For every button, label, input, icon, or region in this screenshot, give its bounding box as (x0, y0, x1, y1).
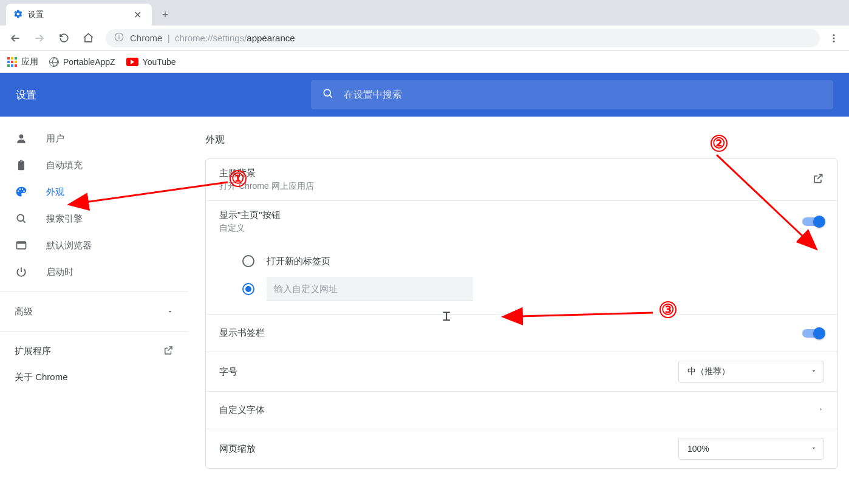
chrome-menu-button[interactable] (823, 28, 844, 49)
sidebar-item-default-browser[interactable]: 默认浏览器 (0, 232, 188, 259)
row-title: 显示"主页"按钮 (219, 209, 802, 221)
sidebar-advanced[interactable]: 高级 (0, 298, 188, 325)
site-info-icon[interactable] (114, 32, 124, 44)
sidebar-item-label: 自动填充 (46, 160, 83, 171)
page-title: 设置 (16, 88, 36, 102)
svg-point-5 (833, 40, 835, 42)
row-title: 自定义字体 (219, 404, 818, 416)
settings-search[interactable] (311, 80, 833, 109)
sidebar-about[interactable]: 关于 Chrome (0, 364, 188, 390)
search-icon (322, 87, 334, 102)
row-subtitle: 自定义 (219, 223, 802, 234)
settings-main: 外观 主题背景 打开 Chrome 网上应用店 显示"主页"按钮 自定义 (188, 117, 849, 504)
settings-search-input[interactable] (344, 89, 822, 100)
radio-icon[interactable] (242, 255, 254, 267)
home-button-toggle[interactable] (802, 217, 824, 226)
row-page-zoom: 网页缩放 100% (206, 429, 837, 468)
power-icon (15, 266, 28, 278)
globe-icon (49, 57, 59, 67)
toolbar: Chrome | chrome://settings/appearance (0, 26, 849, 51)
svg-point-1 (118, 35, 120, 36)
browser-tab[interactable]: 设置 ✕ (6, 4, 152, 26)
row-custom-fonts[interactable]: 自定义字体 (206, 392, 837, 429)
home-button[interactable] (78, 28, 98, 49)
radio-label: 打开新的标签页 (267, 256, 330, 267)
select-value: 100% (687, 444, 709, 454)
svg-rect-10 (17, 242, 26, 243)
sidebar-item-label: 扩展程序 (15, 346, 51, 357)
sidebar: 用户 自动填充 外观 搜索引擎 默认浏览器 启动时 高级 扩展程序 (0, 117, 188, 504)
omnibox-url-path: appearance (247, 33, 295, 43)
forward-button[interactable] (29, 28, 50, 49)
row-theme[interactable]: 主题背景 打开 Chrome 网上应用店 (206, 159, 837, 201)
apps-shortcut[interactable]: 应用 (7, 56, 38, 67)
chevron-down-icon (810, 444, 817, 454)
sidebar-divider (0, 331, 188, 332)
sidebar-item-label: 搜索引擎 (46, 213, 83, 225)
address-bar[interactable]: Chrome | chrome://settings/appearance (106, 29, 820, 47)
svg-point-4 (833, 37, 835, 39)
section-title: 外观 (205, 134, 838, 146)
select-value: 中（推荐） (687, 366, 730, 377)
bookmark-label: PortableAppZ (63, 57, 115, 67)
row-title: 主题背景 (219, 168, 812, 179)
close-tab-icon[interactable]: ✕ (131, 8, 145, 22)
sidebar-item-label: 启动时 (46, 267, 73, 278)
sidebar-item-search-engine[interactable]: 搜索引擎 (0, 205, 188, 232)
row-font-size: 字号 中（推荐） (206, 352, 837, 392)
row-title: 字号 (219, 366, 678, 378)
reload-button[interactable] (53, 28, 74, 49)
row-subtitle: 打开 Chrome 网上应用店 (219, 181, 812, 192)
sidebar-item-user[interactable]: 用户 (0, 125, 188, 152)
custom-url-input[interactable] (267, 277, 473, 301)
sidebar-item-label: 高级 (15, 306, 33, 318)
font-size-select[interactable]: 中（推荐） (678, 361, 824, 383)
youtube-icon (126, 58, 138, 66)
chevron-down-icon (810, 367, 817, 376)
sidebar-item-label: 关于 Chrome (15, 372, 68, 382)
palette-icon (15, 186, 28, 198)
omnibox-url-prefix: chrome://settings/ (175, 33, 247, 43)
tab-title: 设置 (28, 9, 44, 20)
radio-option-custom-url[interactable] (242, 275, 824, 303)
sidebar-item-label: 用户 (46, 133, 64, 145)
sidebar-item-label: 外观 (46, 186, 64, 198)
row-title: 显示书签栏 (219, 327, 802, 339)
external-link-icon (163, 345, 174, 358)
svg-point-8 (17, 214, 24, 221)
search-icon (15, 213, 28, 225)
home-button-options: 打开新的标签页 (206, 242, 837, 315)
sidebar-item-appearance[interactable]: 外观 (0, 179, 188, 205)
new-tab-button[interactable]: + (157, 6, 174, 23)
radio-icon[interactable] (242, 283, 254, 295)
sidebar-extensions[interactable]: 扩展程序 (0, 338, 188, 364)
page-zoom-select[interactable]: 100% (678, 438, 824, 460)
appearance-card: 主题背景 打开 Chrome 网上应用店 显示"主页"按钮 自定义 打开新的标签… (205, 158, 838, 469)
svg-rect-2 (118, 36, 119, 39)
sidebar-item-startup[interactable]: 启动时 (0, 259, 188, 285)
sidebar-divider (0, 291, 188, 292)
row-title: 网页缩放 (219, 443, 678, 455)
gear-icon (13, 9, 23, 21)
external-link-icon[interactable] (812, 172, 824, 187)
svg-point-7 (19, 134, 24, 138)
settings-header: 设置 (0, 73, 849, 117)
radio-option-newtab[interactable]: 打开新的标签页 (242, 247, 824, 275)
svg-point-6 (324, 89, 330, 96)
clipboard-icon (15, 159, 28, 171)
bookmark-youtube[interactable]: YouTube (126, 57, 176, 67)
back-button[interactable] (5, 28, 26, 49)
sidebar-item-label: 默认浏览器 (46, 240, 92, 251)
omnibox-separator: | (165, 33, 175, 43)
browser-icon (15, 239, 28, 251)
omnibox-origin: Chrome (130, 33, 162, 43)
person-icon (15, 132, 28, 145)
apps-label: 应用 (21, 56, 38, 67)
chevron-right-icon (818, 405, 824, 416)
bookmarks-bar: 应用 PortableAppZ YouTube (0, 51, 849, 73)
row-home-button: 显示"主页"按钮 自定义 (206, 201, 837, 242)
sidebar-item-autofill[interactable]: 自动填充 (0, 152, 188, 179)
svg-point-3 (833, 34, 835, 36)
bookmark-portableappz[interactable]: PortableAppZ (49, 57, 115, 67)
bookmarks-bar-toggle[interactable] (802, 329, 824, 338)
